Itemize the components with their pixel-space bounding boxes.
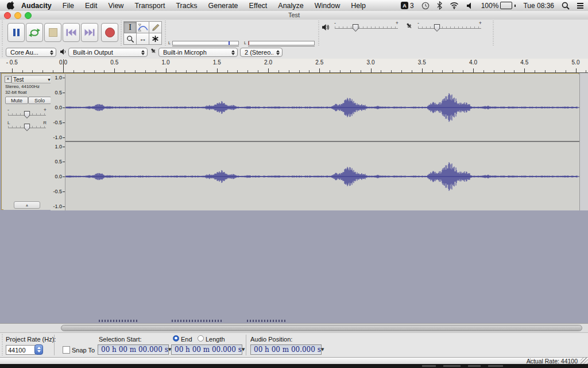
multi-tool-button[interactable] [149,33,162,45]
menu-file[interactable]: File [63,2,74,10]
audio-position-time-field[interactable]: 00 h 00 m 00.000 s ▼ [250,344,322,355]
draw-tool-button[interactable] [149,21,162,33]
output-device-icon [60,48,67,55]
track-collapse-button[interactable]: ▲ [14,201,40,209]
battery-indicator[interactable]: 100% [481,2,516,10]
playback-peak-indicator [229,41,230,45]
timeline-label: 4.5 [520,59,528,66]
track-test: × Test ▼ Stereo, 44100Hz 32-bit float Mu… [1,73,579,210]
vertical-scale-ruler: 1.00.50.0-0.5-1.01.00.50.0-0.5-1.0 [51,74,65,210]
menu-window[interactable]: Window [315,2,340,10]
audio-position-label: Audio Position: [250,336,292,343]
input-volume-slider-thumb[interactable] [434,24,440,32]
timeline-label: 2.5 [315,59,323,66]
bluetooth-icon[interactable] [437,1,442,10]
track-gain-slider-thumb[interactable] [24,111,30,118]
input-volume-slider[interactable]: -+ [418,23,481,32]
toolbar-grip[interactable] [1,48,4,57]
skip-end-icon [84,29,95,36]
menu-help[interactable]: Help [351,2,366,10]
track-pan-slider[interactable]: L R [8,122,46,132]
stop-icon [49,28,57,37]
output-device-dropdown[interactable]: Built-in Output [68,48,148,57]
solo-button[interactable]: Solo [28,97,51,104]
notification-center-icon[interactable] [577,3,583,9]
menu-view[interactable]: View [109,2,124,10]
snap-to-checkbox[interactable] [63,346,70,354]
input-device-dropdown[interactable]: Built-in Microph [158,48,238,57]
track-gain-slider[interactable]: - + [8,110,46,119]
wifi-icon[interactable] [450,2,459,9]
menu-tracks[interactable]: Tracks [176,2,197,10]
project-rate-label: Project Rate (Hz): [6,336,56,343]
track-name: Test [13,76,24,83]
selection-end-time-field[interactable]: 00 h 00 m 00.000 s ▼ [171,344,242,355]
scale-label: -0.5 [49,120,62,125]
apple-menu[interactable] [7,1,14,10]
track-format-info: Stereo, 44100Hz [5,84,40,89]
envelope-tool-icon [138,24,148,32]
stereo-waveform[interactable] [65,74,580,210]
toolbar-grip[interactable] [317,21,320,45]
scale-label: 1.0 [49,75,62,80]
horizontal-scrollbar-thumb[interactable] [61,325,582,331]
stop-button[interactable] [44,23,61,42]
time-machine-icon[interactable] [421,2,430,10]
resize-grip[interactable] [581,358,588,364]
audio-host-dropdown[interactable]: Core Au... [6,48,56,57]
timeline-label: - 0.5 [6,59,18,66]
length-radio[interactable] [198,335,204,342]
output-volume-slider[interactable]: -+ [335,23,398,32]
skip-to-end-button[interactable] [81,23,98,42]
selection-tool-button[interactable]: I [123,21,137,33]
end-radio[interactable] [173,335,179,342]
zoom-tool-button[interactable] [123,33,137,45]
spotlight-icon[interactable] [562,2,570,10]
scale-label: -1.0 [49,204,62,209]
play-loop-button[interactable] [26,23,43,42]
record-button[interactable] [101,23,118,42]
skip-to-start-button[interactable] [63,23,80,42]
track-close-button[interactable]: × [5,76,11,83]
track-pan-slider-thumb[interactable] [24,124,30,131]
window-title-bar[interactable]: Test [0,11,588,20]
toolbar-grip[interactable] [1,334,4,356]
badge-count: 3 [410,2,414,10]
toolbar-grip[interactable] [492,21,495,45]
menu-clock[interactable]: Tue 08:36 [523,2,554,10]
volume-menu-icon[interactable] [466,2,474,9]
track-title-menu[interactable]: Test ▼ [11,75,53,83]
menu-transport[interactable]: Transport [134,2,165,10]
adobe-badge[interactable]: A 3 [401,2,414,10]
toolbar-grip[interactable] [119,21,123,45]
pause-button[interactable] [7,23,25,42]
output-volume-slider-thumb[interactable] [353,24,359,32]
skip-start-icon [66,29,76,36]
timeline-label: 4.0 [469,59,477,66]
selection-start-time-field[interactable]: 00 h 00 m 00.000 s ▼ [98,344,169,355]
track-control-panel: × Test ▼ Stereo, 44100Hz 32-bit float Mu… [3,74,51,210]
project-rate-input[interactable]: 44100 [6,345,36,355]
timeline-label: 3.5 [418,59,426,66]
menu-analyze[interactable]: Analyze [278,2,303,10]
envelope-tool-button[interactable] [136,21,149,33]
menu-generate[interactable]: Generate [208,2,238,10]
input-channels-dropdown[interactable]: 2 (Stereo... [240,48,283,57]
adobe-badge-icon: A [401,2,408,9]
zoom-tool-icon [126,35,134,43]
toolbar-grip[interactable] [164,21,167,45]
timeline-ruler[interactable]: - 0.50.00.51.01.52.02.53.03.54.04.55.0 [0,59,588,73]
menu-edit[interactable]: Edit [85,2,98,10]
toolbar-grip[interactable] [1,21,4,45]
scale-label: 0.5 [49,90,62,95]
timeshift-tool-button[interactable]: ↔ [136,33,149,45]
horizontal-scrollbar[interactable] [0,323,588,332]
dropdown-arrows-icon [50,50,53,55]
project-rate-stepper[interactable] [34,344,43,355]
timeline-label: 5.0 [572,59,580,66]
menu-audacity[interactable]: Audacity [21,2,52,10]
mute-button[interactable]: Mute [5,97,28,104]
menu-effect[interactable]: Effect [249,2,268,10]
battery-icon [500,2,512,9]
vertical-scrollbar[interactable] [579,73,588,210]
